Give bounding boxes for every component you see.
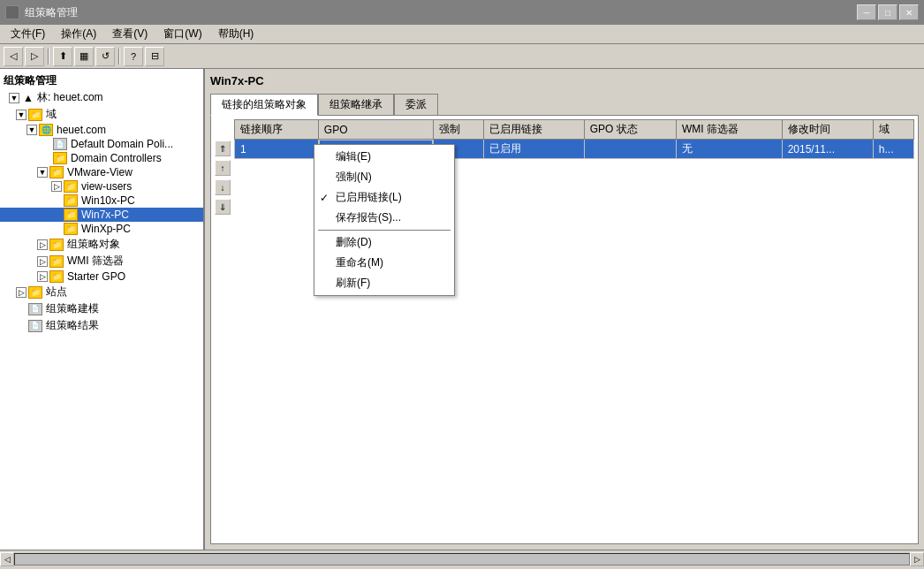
menu-action[interactable]: 操作(A) (54, 25, 103, 43)
table-with-arrows: ⇑ ↑ ↓ ⇓ 链接顺序 GPO 强制 已启用链接 (215, 119, 914, 215)
context-rename-label: 重命名(M) (336, 255, 383, 270)
maximize-button[interactable]: □ (878, 4, 897, 20)
heuet-label: heuet.com (57, 124, 106, 136)
context-menu-rename[interactable]: 重命名(M) (314, 253, 454, 273)
menu-view[interactable]: 查看(V) (105, 25, 155, 43)
expand-icon-forest[interactable]: ▼ (9, 93, 19, 103)
tab-content: ⇑ ↑ ↓ ⇓ 链接顺序 GPO 强制 已启用链接 (210, 115, 919, 544)
context-save-label: 保存报告(S)... (336, 210, 401, 225)
grid-button[interactable]: ▦ (74, 47, 94, 66)
context-enforce-label: 强制(N) (336, 170, 372, 185)
scroll-right-arrow[interactable]: ▷ (910, 552, 924, 566)
gpo-icon-build: 📄 (28, 303, 42, 315)
expand-icon-starter[interactable]: ▷ (37, 271, 48, 282)
expand-icon-view-users[interactable]: ▷ (51, 181, 62, 192)
sidebar-header-label: 组策略管理 (4, 73, 57, 88)
sidebar-item-ddp[interactable]: 📄 Default Domain Poli... (0, 137, 203, 151)
expand-icon-heuet[interactable]: ▼ (27, 125, 37, 135)
sidebar-item-build[interactable]: 📄 组策略建模 (0, 300, 203, 317)
content-title: Win7x-PC (210, 74, 919, 87)
folder-icon-wmi: 📁 (49, 255, 64, 268)
up-button[interactable]: ⬆ (53, 47, 72, 66)
menu-window[interactable]: 窗口(W) (156, 25, 208, 43)
context-menu-delete[interactable]: 删除(D) (314, 232, 454, 253)
sidebar-item-starter[interactable]: ▷ 📁 Starter GPO (0, 269, 203, 284)
context-menu-refresh[interactable]: 刷新(F) (314, 273, 454, 293)
sidebar-item-result[interactable]: 📄 组策略结果 (0, 317, 203, 334)
cell-domain: h... (873, 140, 913, 159)
sidebar-item-forest[interactable]: ▼ ▲ 林: heuet.com (0, 89, 203, 106)
expand-icon-sites[interactable]: ▷ (16, 287, 27, 298)
context-refresh-label: 刷新(F) (336, 276, 370, 291)
folder-icon-winxp: 📁 (64, 223, 78, 235)
minimize-button[interactable]: ─ (857, 4, 876, 20)
close-button[interactable]: ✕ (899, 4, 919, 20)
tabs: 链接的组策略对象 组策略继承 委派 (210, 93, 919, 115)
tab-delegation[interactable]: 委派 (394, 94, 438, 116)
sidebar-item-win7[interactable]: 📁 Win7x-PC (0, 208, 203, 222)
tab-linked-gpo[interactable]: 链接的组策略对象 (210, 94, 318, 116)
folder-icon-win7: 📁 (64, 209, 78, 221)
context-menu-edit[interactable]: 编辑(E) (314, 147, 454, 167)
folder-icon-heuet: 🌐 (39, 124, 53, 136)
context-menu-save[interactable]: 保存报告(S)... (314, 208, 454, 228)
starter-label: Starter GPO (67, 270, 125, 283)
sidebar-item-sites[interactable]: ▷ 📁 站点 (0, 284, 203, 300)
folder-icon-view-users: 📁 (64, 180, 78, 193)
move-bottom-button[interactable]: ⇓ (215, 199, 231, 215)
menu-help[interactable]: 帮助(H) (211, 25, 261, 43)
folder-icon-win10: 📁 (64, 194, 78, 207)
win10-label: Win10x-PC (81, 194, 135, 207)
wmi-label: WMI 筛选器 (67, 254, 124, 269)
expand-icon-domain[interactable]: ▼ (16, 110, 27, 120)
ddp-label: Default Domain Poli... (71, 138, 173, 150)
window-title: 组策略管理 (25, 5, 78, 20)
expand-icon-vmware[interactable]: ▼ (37, 167, 48, 178)
col-enabled: 已启用链接 (484, 120, 584, 140)
gpo-icon-result: 📄 (28, 320, 42, 332)
sidebar-item-dc[interactable]: 📁 Domain Controllers (0, 151, 203, 165)
scroll-left-arrow[interactable]: ◁ (0, 552, 14, 566)
move-top-button[interactable]: ⇑ (215, 140, 231, 156)
context-delete-label: 删除(D) (336, 235, 372, 250)
sidebar: 组策略管理 ▼ ▲ 林: heuet.com ▼ 📁 域 ▼ 🌐 heuet.c… (0, 69, 205, 550)
menu-file[interactable]: 文件(F) (4, 25, 52, 43)
col-status: GPO 状态 (584, 120, 676, 140)
menu-bar: 文件(F) 操作(A) 查看(V) 窗口(W) 帮助(H) (0, 25, 924, 44)
folder-icon-sites: 📁 (28, 286, 42, 299)
move-up-button[interactable]: ↑ (215, 160, 231, 176)
expand-icon-gpo-obj[interactable]: ▷ (37, 239, 48, 250)
sidebar-item-wmi[interactable]: ▷ 📁 WMI 筛选器 (0, 253, 203, 269)
forward-button[interactable]: ▷ (25, 47, 44, 66)
context-menu-enforce[interactable]: 强制(N) (314, 167, 454, 187)
back-button[interactable]: ◁ (4, 47, 23, 66)
sidebar-item-winxp[interactable]: 📁 WinXp-PC (0, 222, 203, 236)
gpo-obj-label: 组策略对象 (67, 237, 120, 252)
toolbar-separator-1 (48, 49, 49, 64)
sidebar-item-vmware[interactable]: ▼ 📁 VMware-View (0, 165, 203, 179)
refresh-button[interactable]: ↺ (95, 47, 115, 66)
winxp-label: WinXp-PC (81, 223, 131, 235)
sidebar-item-heuet[interactable]: ▼ 🌐 heuet.com (0, 123, 203, 137)
folder-icon-vmware: 📁 (49, 166, 64, 178)
sidebar-item-win10[interactable]: 📁 Win10x-PC (0, 193, 203, 208)
move-down-button[interactable]: ↓ (215, 179, 231, 195)
sidebar-item-view-users[interactable]: ▷ 📁 view-users (0, 179, 203, 193)
dc-label: Domain Controllers (71, 152, 162, 164)
cell-status (584, 140, 676, 159)
sidebar-item-domain[interactable]: ▼ 📁 域 (0, 106, 203, 123)
col-enforce: 强制 (433, 120, 484, 140)
sidebar-item-gpo-obj[interactable]: ▷ 📁 组策略对象 (0, 236, 203, 253)
help-button[interactable]: ? (124, 47, 143, 66)
console-button[interactable]: ⊟ (145, 47, 164, 66)
expand-icon-wmi[interactable]: ▷ (37, 256, 48, 267)
cell-order: 1 (235, 140, 319, 159)
title-bar: 组策略管理 ─ □ ✕ (0, 0, 924, 25)
tab-inheritance[interactable]: 组策略继承 (318, 94, 394, 116)
scroll-track-h[interactable] (14, 553, 910, 565)
cell-wmi: 无 (676, 140, 782, 159)
context-menu-enabled[interactable]: 已启用链接(L) (314, 187, 454, 208)
col-wmi: WMI 筛选器 (676, 120, 782, 140)
folder-icon-domain: 📁 (28, 109, 42, 121)
sidebar-header: 组策略管理 (0, 72, 203, 89)
